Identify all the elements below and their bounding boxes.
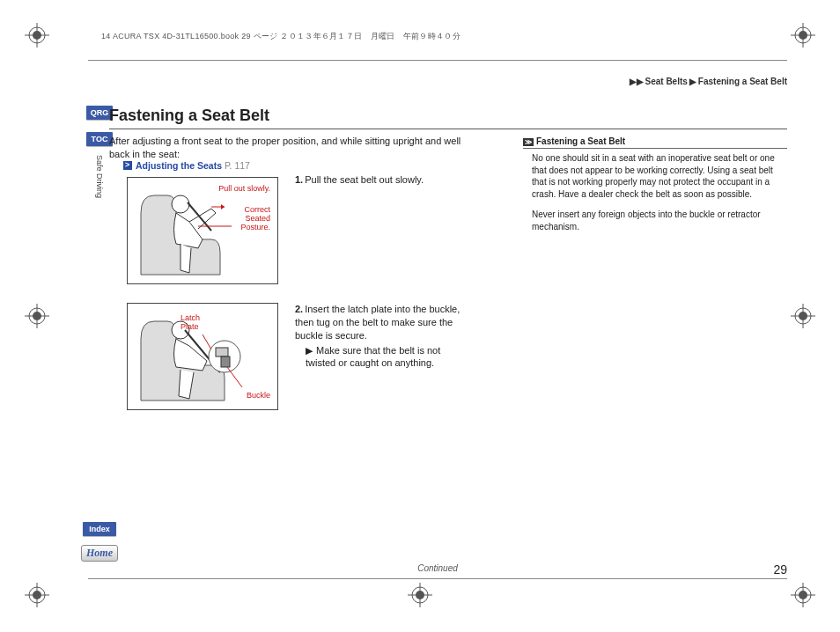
sidebar-paragraph: No one should sit in a seat with an inop… xyxy=(532,152,784,200)
step-number: 1. xyxy=(295,174,303,185)
registration-mark-icon xyxy=(791,583,815,607)
step-text: Insert the latch plate into the buckle, … xyxy=(295,304,460,341)
svg-line-35 xyxy=(203,334,211,349)
breadcrumb: ▶▶Seat Belts▶Fastening a Seat Belt xyxy=(628,77,788,86)
sidebar-notes: ≫Fastening a Seat Belt No one should sit… xyxy=(523,136,787,241)
step-2: 2.Insert the latch plate into the buckle… xyxy=(295,303,471,370)
manual-page: 14 ACURA TSX 4D-31TL16500.book 29 ページ ２０… xyxy=(0,0,840,632)
triangle-bullet-icon: ▶ xyxy=(306,345,313,356)
arrow-right-icon: ▶▶ xyxy=(630,77,644,86)
page-title-row: Fastening a Seat Belt xyxy=(109,107,787,129)
cross-ref-link[interactable]: Adjusting the Seats P. 117 xyxy=(123,160,250,171)
breadcrumb-page: Fastening a Seat Belt xyxy=(698,77,787,86)
sidebar-body: No one should sit in a seat with an inop… xyxy=(523,152,787,232)
illus2-label-buckle: Buckle xyxy=(247,392,270,401)
registration-mark-icon xyxy=(791,23,815,48)
link-icon xyxy=(123,161,132,170)
illustration-1: Pull out slowly. Correct Seated Posture. xyxy=(127,177,278,284)
arrow-right-icon: ▶ xyxy=(689,77,696,86)
step-1: 1.Pull the seat belt out slowly. xyxy=(295,173,471,187)
page-title: Fastening a Seat Belt xyxy=(109,107,787,125)
intro-text: After adjusting a front seat to the prop… xyxy=(109,135,470,161)
registration-mark-icon xyxy=(25,304,49,328)
continued-label: Continued xyxy=(417,563,458,573)
registration-mark-icon xyxy=(25,583,49,607)
chevron-right-icon: ≫ xyxy=(523,138,534,146)
breadcrumb-section: Seat Belts xyxy=(645,77,688,86)
illus1-label-pullout: Pull out slowly. xyxy=(218,185,270,194)
svg-point-28 xyxy=(172,195,189,213)
page-number: 29 xyxy=(773,562,787,577)
svg-rect-33 xyxy=(216,348,228,356)
step-number: 2. xyxy=(295,304,303,314)
illus2-label-latch: Latch Plate xyxy=(181,314,200,332)
registration-mark-icon xyxy=(408,583,432,607)
sidebar-heading: ≫Fastening a Seat Belt xyxy=(523,136,787,149)
link-text: Adjusting the Seats xyxy=(136,160,222,171)
sidebar-heading-text: Fastening a Seat Belt xyxy=(536,136,625,146)
svg-line-36 xyxy=(227,367,242,387)
link-page: P. 117 xyxy=(225,160,250,171)
step-subtext: Make sure that the belt is not twisted o… xyxy=(306,345,440,369)
illustration-2: Latch Plate Buckle xyxy=(127,303,278,410)
registration-mark-icon xyxy=(791,304,815,328)
registration-mark-icon xyxy=(25,23,49,48)
file-header: 14 ACURA TSX 4D-31TL16500.book 29 ページ ２０… xyxy=(101,31,461,42)
illus1-label-posture: Correct Seated Posture. xyxy=(240,206,270,232)
step-text: Pull the seat belt out slowly. xyxy=(305,174,424,185)
svg-rect-34 xyxy=(221,356,230,367)
sidebar-paragraph: Never insert any foreign objects into th… xyxy=(532,209,784,232)
content-frame: ▶▶Seat Belts▶Fastening a Seat Belt Faste… xyxy=(88,60,787,579)
